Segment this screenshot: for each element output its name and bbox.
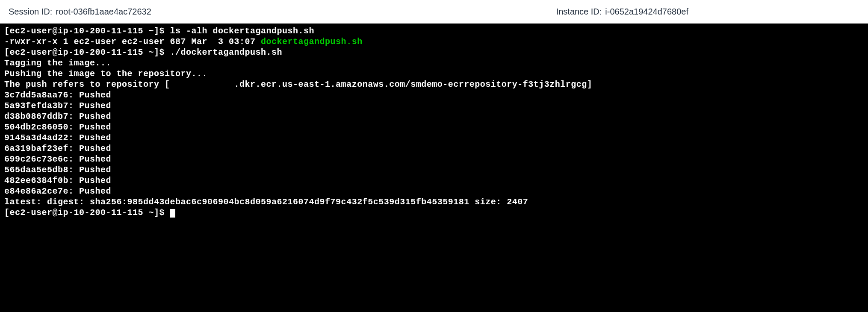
terminal-line: 482ee6384f0b: Pushed: [4, 175, 864, 186]
terminal-line: 504db2c86050: Pushed: [4, 122, 864, 132]
session-id-value: root-036fb1aae4ac72632: [56, 7, 151, 17]
instance-id-section: Instance ID: i-0652a19424d7680ef: [556, 7, 688, 17]
terminal-line: e84e86a2ce7e: Pushed: [4, 186, 864, 197]
terminal-line: d38b0867ddb7: Pushed: [4, 111, 864, 122]
terminal-line: latest: digest: sha256:985dd43debac6c906…: [4, 197, 864, 207]
instance-id-value: i-0652a19424d7680ef: [605, 7, 688, 17]
terminal-line: 9145a3d4ad22: Pushed: [4, 132, 864, 143]
terminal-line: Pushing the image to the repository...: [4, 68, 864, 79]
terminal-line: 3c7dd5a8aa76: Pushed: [4, 90, 864, 100]
terminal-line: 699c26c73e6c: Pushed: [4, 154, 864, 165]
ls-output-perms: -rwxr-xr-x 1 ec2-user ec2-user 687 Mar 3…: [4, 37, 261, 47]
instance-id-label: Instance ID:: [556, 7, 602, 17]
command-text: ls -alh dockertagandpush.sh: [170, 26, 315, 36]
terminal-line: Tagging the image...: [4, 58, 864, 68]
shell-prompt: [ec2-user@ip-10-200-11-115 ~]$: [4, 208, 170, 218]
shell-prompt: [ec2-user@ip-10-200-11-115 ~]$: [4, 26, 170, 36]
session-id-section: Session ID: root-036fb1aae4ac72632: [9, 7, 151, 17]
session-id-label: Session ID:: [9, 7, 52, 17]
ls-output-filename: dockertagandpush.sh: [261, 37, 363, 47]
cursor-icon: [170, 209, 175, 218]
terminal-line: 5a93fefda3b7: Pushed: [4, 100, 864, 111]
terminal-line: [ec2-user@ip-10-200-11-115 ~]$: [4, 207, 864, 218]
terminal-line: The push refers to repository [ .dkr.ecr…: [4, 79, 864, 90]
terminal-line: 565daa5e5db8: Pushed: [4, 165, 864, 175]
command-text: ./dockertagandpush.sh: [170, 47, 283, 57]
terminal-line: -rwxr-xr-x 1 ec2-user ec2-user 687 Mar 3…: [4, 36, 864, 47]
terminal-line: 6a319baf23ef: Pushed: [4, 143, 864, 154]
terminal-line: [ec2-user@ip-10-200-11-115 ~]$ ls -alh d…: [4, 26, 864, 36]
shell-prompt: [ec2-user@ip-10-200-11-115 ~]$: [4, 47, 170, 57]
terminal-output[interactable]: [ec2-user@ip-10-200-11-115 ~]$ ls -alh d…: [0, 24, 868, 220]
terminal-line: [ec2-user@ip-10-200-11-115 ~]$ ./dockert…: [4, 47, 864, 58]
session-header: Session ID: root-036fb1aae4ac72632 Insta…: [0, 0, 868, 24]
